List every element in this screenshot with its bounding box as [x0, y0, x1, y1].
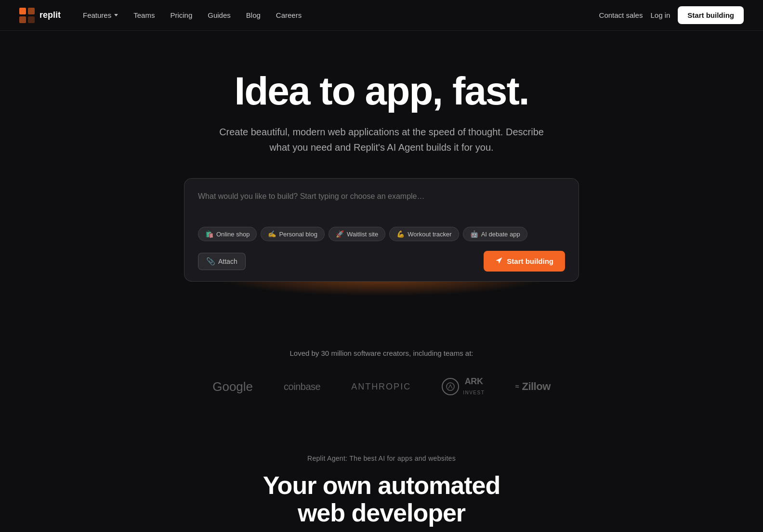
anthropic-logo: ANTHROPIC: [351, 382, 411, 392]
build-box: 🛍️ Online shop ✍️ Personal blog 🚀 Waitli…: [184, 178, 579, 282]
chip-waitlist-site[interactable]: 🚀 Waitlist site: [329, 227, 385, 241]
nav-teams[interactable]: Teams: [127, 7, 161, 23]
svg-point-4: [447, 383, 454, 390]
navbar: replit Features Teams Pricing Guides Blo…: [0, 0, 763, 31]
features-chevron-icon: [114, 14, 118, 16]
chip-personal-blog[interactable]: ✍️ Personal blog: [261, 227, 325, 241]
nav-right: Contact sales Log in Start building: [599, 6, 744, 24]
nav-careers[interactable]: Careers: [269, 7, 308, 23]
svg-rect-2: [19, 16, 26, 23]
svg-rect-3: [28, 16, 35, 23]
svg-rect-0: [19, 8, 26, 14]
chip-online-shop[interactable]: 🛍️ Online shop: [198, 227, 257, 241]
chip-ai-debate-app[interactable]: 🤖 AI debate app: [463, 227, 527, 241]
hero-section: Idea to app, fast. Create beautiful, mod…: [0, 31, 763, 311]
chip-workout-tracker[interactable]: 💪 Workout tracker: [389, 227, 459, 241]
paperclip-icon: 📎: [206, 257, 215, 266]
logo[interactable]: replit: [19, 8, 61, 23]
agent-section: Replit Agent: The best AI for apps and w…: [0, 416, 763, 532]
logo-text: replit: [39, 10, 61, 20]
svg-rect-1: [28, 8, 35, 14]
example-chips: 🛍️ Online shop ✍️ Personal blog 🚀 Waitli…: [198, 227, 565, 241]
google-logo: Google: [212, 379, 253, 394]
zillow-z-icon: ≈: [515, 383, 519, 390]
nav-guides[interactable]: Guides: [201, 7, 237, 23]
agent-label: Replit Agent: The best AI for apps and w…: [19, 454, 744, 462]
ai-debate-icon: 🤖: [470, 230, 478, 238]
agent-title: Your own automated web developer: [237, 472, 526, 527]
contact-sales-link[interactable]: Contact sales: [599, 11, 643, 19]
loved-section: Loved by 30 million software creators, i…: [0, 311, 763, 416]
nav-blog[interactable]: Blog: [239, 7, 267, 23]
logos-row: Google coinbase ANTHROPIC ARKINVEST ≈ Zi…: [19, 376, 744, 397]
build-input[interactable]: [198, 192, 565, 215]
zillow-logo: ≈ Zillow: [515, 380, 551, 393]
replit-logo-icon: [19, 8, 35, 23]
hero-title: Idea to app, fast.: [235, 69, 529, 113]
ark-circle-icon: [442, 378, 459, 395]
attach-button[interactable]: 📎 Attach: [198, 253, 246, 270]
hero-subtitle: Create beautiful, modern web application…: [218, 124, 545, 155]
build-box-wrapper: 🛍️ Online shop ✍️ Personal blog 🚀 Waitli…: [184, 178, 579, 282]
build-actions: 📎 Attach Start building: [198, 251, 565, 272]
start-building-button[interactable]: Start building: [484, 251, 565, 272]
coinbase-logo: coinbase: [284, 381, 320, 392]
nav-pricing[interactable]: Pricing: [163, 7, 199, 23]
nav-links: Features Teams Pricing Guides Blog Caree…: [76, 7, 599, 23]
nav-start-building-button[interactable]: Start building: [678, 6, 744, 24]
login-link[interactable]: Log in: [650, 11, 670, 19]
online-shop-icon: 🛍️: [205, 230, 213, 238]
send-icon: [495, 257, 503, 266]
waitlist-site-icon: 🚀: [336, 230, 344, 238]
personal-blog-icon: ✍️: [268, 230, 276, 238]
nav-features[interactable]: Features: [76, 7, 125, 23]
workout-tracker-icon: 💪: [396, 230, 405, 238]
ark-logo: ARKINVEST: [442, 376, 485, 397]
loved-text: Loved by 30 million software creators, i…: [19, 349, 744, 357]
